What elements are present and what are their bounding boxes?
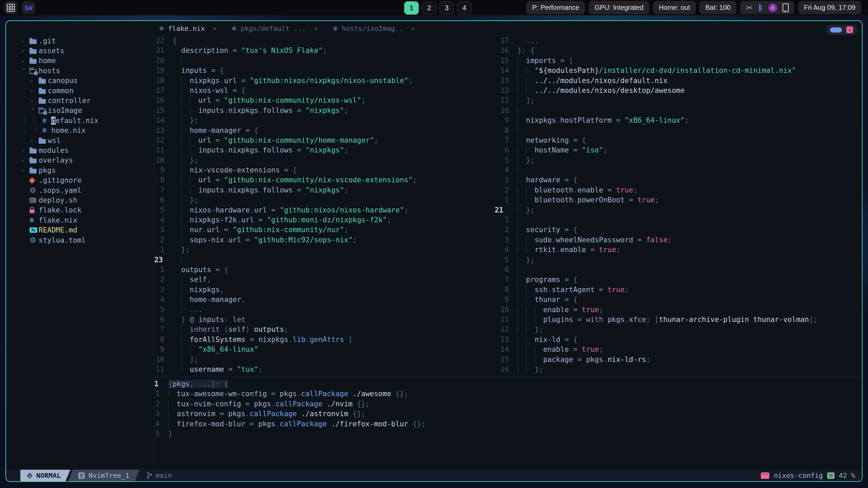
workspace-button-1[interactable]: 1	[404, 1, 419, 15]
code-line[interactable]: 7 ▏ ▏ inputs.nixpkgs.follows = "nixpkgs"…	[154, 185, 494, 195]
code-line[interactable]: 3▏ hardware = {	[495, 175, 862, 185]
tree-item-README.md[interactable]: M↓README.md	[21, 225, 154, 235]
tree-item-hosts[interactable]: ›✓hosts	[21, 66, 154, 76]
code-line[interactable]: 4 ▏ home-manager,	[154, 295, 494, 305]
phone-icon[interactable]	[783, 3, 789, 12]
code-line[interactable]: 4▏	[495, 165, 862, 175]
code-line[interactable]: 8 ▏ ▏ url = "github:nix-community/nix-vs…	[154, 175, 494, 185]
code-line[interactable]: 2▏ tux-nvim-config = pkgs.callPackage ./…	[154, 399, 862, 409]
code-line[interactable]: 12▏ ▏ };	[495, 325, 862, 334]
tree-item-pkgs[interactable]: ›pkgs	[21, 165, 154, 175]
code-line[interactable]: 17 ▏ nixos-wsl = {	[154, 86, 494, 96]
code-line[interactable]: 4 ▏ nixpkgs-f2k.url = "github:moni-dz/ni…	[154, 215, 494, 225]
tab-close-icon[interactable]: ✕	[412, 25, 415, 32]
code-line[interactable]: 10 ▏ };	[154, 156, 494, 165]
tree-item-assets[interactable]: ›assets	[21, 46, 154, 56]
code-line[interactable]: 3▏ ▏ sudo.wheelNeedsPassword = false;	[495, 235, 862, 245]
code-line[interactable]: 19 inputs = {	[154, 66, 494, 76]
code-line[interactable]: 3 ▏ nixpkgs,	[154, 285, 494, 295]
code-line[interactable]: 16}: {	[495, 46, 862, 56]
tree-item-overlays[interactable]: ›overlays	[21, 156, 154, 165]
tree-item-deploy.sh[interactable]: >_deploy.sh	[21, 195, 154, 205]
chevron-down-icon[interactable]: ›	[21, 67, 28, 76]
flame-icon[interactable]	[768, 3, 777, 12]
code-line[interactable]: 15 ▏ ▏ inputs.nixpkgs.follows = "nixpkgs…	[154, 106, 494, 116]
code-line[interactable]: 2▏ ▏ bluetooth.enable = true;	[495, 185, 862, 195]
tree-item-home[interactable]: ›home	[21, 56, 154, 66]
code-line[interactable]: 17 ...	[495, 36, 862, 46]
tree-item-default.nix[interactable]: ▏ ▏ ❄default.nix	[21, 116, 154, 125]
chevron-right-icon[interactable]: ›	[21, 147, 29, 154]
code-line[interactable]: 16 ▏ ▏ url = "github:nix-community/nixos…	[154, 96, 494, 105]
chevron-right-icon[interactable]: ›	[21, 167, 29, 174]
code-line[interactable]: 9▏ ▏ thunar = {	[495, 295, 862, 305]
code-line[interactable]: 8▏	[495, 126, 862, 136]
chevron-right-icon[interactable]: ›	[21, 47, 29, 55]
code-line[interactable]: 14▏ ▏ ▏ enable = true;	[495, 345, 862, 354]
workspace-button-2[interactable]: 2	[422, 1, 436, 15]
window-toggle-button[interactable]	[830, 27, 842, 33]
code-line[interactable]: 22{	[154, 36, 494, 46]
code-line[interactable]: 2 ▏ sops-nix.url = "github:Mic92/sops-ni…	[154, 235, 494, 245]
tree-item-controller[interactable]: ›controller	[21, 96, 154, 105]
chevron-right-icon[interactable]: ›	[30, 87, 39, 94]
code-line[interactable]: 3▏ astronvim = pkgs.callPackage ./astron…	[154, 409, 862, 419]
tree-item-.gitignore[interactable]: .gitignore	[21, 175, 154, 185]
code-line[interactable]: 1 };	[154, 245, 494, 255]
tree-item-canopus[interactable]: ›canopus	[21, 76, 154, 86]
code-line[interactable]: 13 ▏ home-manager = {	[154, 126, 494, 136]
tab-flake.nix[interactable]: ❄flake.nix✕	[159, 24, 216, 33]
chevron-right-icon[interactable]: ›	[30, 77, 39, 84]
code-line[interactable]: 6▏ ▏ hostName = "iso";	[495, 145, 862, 155]
code-line[interactable]: 11▏ ▏ ▏ plugins = with pkgs.xfce; [thuna…	[495, 315, 862, 325]
code-line[interactable]: 20 ▏	[154, 56, 494, 66]
chevron-right-icon[interactable]: ›	[30, 97, 39, 104]
code-line[interactable]: 18 ▏ nixpkgs.url = "github:nixos/nixpkgs…	[154, 76, 494, 86]
code-line[interactable]: 2 ▏ self,	[154, 275, 494, 285]
tree-item-home.nix[interactable]: ▏ └ ❄home.nix	[21, 126, 154, 136]
code-line[interactable]: 11▏ ];	[495, 96, 862, 105]
code-line[interactable]: 16▏ ▏ };	[495, 365, 862, 374]
code-line[interactable]: 12 ▏ ▏ url = "github:nix-community/home-…	[154, 136, 494, 145]
code-line[interactable]: 11 ▏ ▏ inputs.nixpkgs.follows = "nixpkgs…	[154, 145, 494, 155]
terminal-app-button[interactable]: $W	[22, 1, 35, 14]
code-line[interactable]: 6 } @ inputs: let	[154, 315, 494, 325]
code-line[interactable]: 12▏ ▏ ../../modules/nixos/desktop/awesom…	[495, 86, 862, 96]
tab-hosts-isoImag..[interactable]: ❄hosts/isoImag..✕	[333, 24, 414, 33]
workspace-button-3[interactable]: 3	[439, 1, 454, 15]
workspace-button-4[interactable]: 4	[457, 1, 472, 15]
code-line[interactable]: 10▏ ▏ ▏ enable = true;	[495, 305, 862, 315]
code-line[interactable]: 8 ▏ forAllSystems = nixpkgs.lib.genAttrs…	[154, 335, 494, 345]
code-line[interactable]: 7▏ networking = {	[495, 136, 862, 145]
chevron-right-icon[interactable]: ›	[21, 157, 29, 164]
code-line[interactable]: 4▏ firefox-mod-blur = pkgs.callPackage .…	[154, 419, 862, 429]
code-line[interactable]: 5▏ };	[495, 156, 862, 165]
code-line[interactable]: 2▏ security = {	[495, 225, 862, 235]
code-line[interactable]: 7▏ programs = {	[495, 275, 862, 285]
tree-item-.sops.yaml[interactable]: ⚙.sops.yaml	[21, 185, 154, 195]
code-line[interactable]: 10 ▏ ];	[154, 355, 494, 365]
code-line[interactable]: 11 ▏ username = "tux";	[154, 365, 494, 374]
code-line[interactable]: 23 ▏	[154, 255, 494, 265]
code-line[interactable]: 1▏ ▏ bluetooth.powerOnBoot = true;	[495, 195, 862, 205]
tree-item-wsl[interactable]: ›wsl	[21, 136, 154, 145]
code-line[interactable]: 1 outputs = {	[154, 265, 494, 275]
split-divider-horizontal[interactable]	[154, 377, 862, 377]
window-close-button[interactable]: ✕	[846, 26, 853, 33]
code-line[interactable]: 13▏ ▏ nix-ld = {	[495, 335, 862, 345]
chevron-right-icon[interactable]: ›	[21, 57, 29, 64]
code-line[interactable]: 6▏	[495, 265, 862, 275]
tree-item-flake.nix[interactable]: ❄flake.nix	[21, 215, 154, 225]
code-line[interactable]: 5▏ };	[495, 255, 862, 265]
chevron-down-icon[interactable]: ›	[30, 107, 37, 116]
tree-item-.git[interactable]: ›.git	[21, 36, 154, 46]
code-line[interactable]: 21▏ };	[495, 205, 862, 215]
code-line[interactable]: 9▏ nixpkgs.hostPlatform = "x86_64-linux"…	[495, 116, 862, 125]
code-line[interactable]: 5 ▏ nixos-hardware.url = "github:nixos/n…	[154, 205, 494, 215]
code-line[interactable]: 15▏ ▏ ▏ package = pkgs.nix-ld-rs;	[495, 355, 862, 365]
tree-item-isoImage[interactable]: ›✓isoImage	[21, 106, 154, 116]
code-line[interactable]: 4▏ ▏ rtkit.enable = true;	[495, 245, 862, 255]
tree-item-modules[interactable]: ›modules	[21, 145, 154, 155]
code-line[interactable]: 7 ▏ inherit (self) outputs;	[154, 325, 494, 334]
code-line[interactable]: 14 ▏ };	[154, 116, 494, 125]
